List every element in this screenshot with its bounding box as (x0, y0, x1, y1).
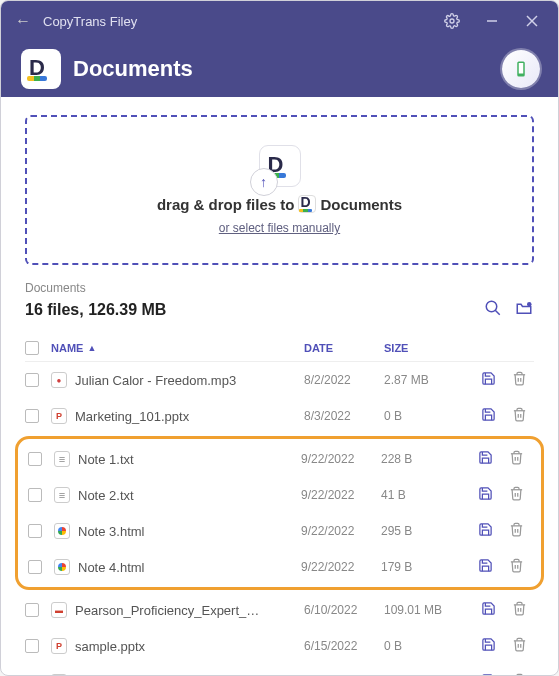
table-row[interactable]: Marketing_101.pptx 8/3/2022 0 B (25, 398, 534, 434)
delete-button[interactable] (512, 637, 527, 655)
pdf-file-icon (51, 602, 67, 618)
app-title: CopyTrans Filey (43, 14, 137, 29)
app-logo (21, 49, 61, 89)
file-date: 9/22/2022 (301, 560, 381, 574)
table-row[interactable]: Note 2.txt 9/22/2022 41 B (28, 477, 531, 513)
file-date: 8/2/2022 (304, 373, 384, 387)
save-button[interactable] (478, 450, 493, 468)
select-files-link[interactable]: or select files manually (219, 221, 340, 235)
titlebar: ← CopyTrans Filey (1, 1, 558, 41)
breadcrumb: Documents (25, 281, 534, 295)
column-date[interactable]: DATE (304, 342, 384, 354)
row-checkbox[interactable] (25, 639, 39, 653)
save-button[interactable] (478, 486, 493, 504)
folder-button[interactable] (514, 299, 534, 321)
file-date: 9/22/2022 (301, 488, 381, 502)
save-icon (478, 486, 493, 501)
rows-container: Julian Calor - Freedom.mp3 8/2/2022 2.87… (25, 362, 534, 676)
search-button[interactable] (484, 299, 502, 321)
table-row[interactable]: Note 4.html 9/22/2022 179 B (28, 549, 531, 585)
trash-icon (512, 407, 527, 422)
save-button[interactable] (481, 601, 496, 619)
file-name: Note 4.html (78, 560, 144, 575)
delete-button[interactable] (512, 371, 527, 389)
file-size: 228 B (381, 452, 471, 466)
delete-button[interactable] (509, 522, 524, 540)
folder-icon (514, 299, 534, 317)
save-button[interactable] (478, 558, 493, 576)
pptx-file-icon (51, 408, 67, 424)
save-button[interactable] (478, 522, 493, 540)
titlebar-right (434, 5, 550, 37)
select-all-checkbox[interactable] (25, 341, 39, 355)
back-button[interactable]: ← (9, 7, 37, 35)
gear-icon (444, 13, 460, 29)
file-table: NAME▲ DATE SIZE Julian Calor - Freedom.m… (25, 335, 534, 676)
save-icon (481, 637, 496, 652)
trash-icon (509, 522, 524, 537)
save-button[interactable] (481, 407, 496, 425)
file-size: 179 B (381, 560, 471, 574)
trash-icon (509, 486, 524, 501)
sort-asc-icon: ▲ (87, 343, 96, 353)
delete-button[interactable] (509, 450, 524, 468)
file-name: Note 2.txt (78, 488, 134, 503)
table-header: NAME▲ DATE SIZE (25, 335, 534, 362)
highlighted-rows: Note 1.txt 9/22/2022 228 B Note 2.txt 9/… (15, 436, 544, 590)
delete-button[interactable] (509, 486, 524, 504)
txt-file-icon (54, 487, 70, 503)
file-name: Pearson_Proficiency_Expert_S... (75, 603, 265, 618)
row-checkbox[interactable] (25, 373, 39, 387)
settings-button[interactable] (434, 5, 470, 37)
table-row[interactable]: Note 1.txt 9/22/2022 228 B (28, 441, 531, 477)
column-name[interactable]: NAME▲ (51, 342, 304, 354)
delete-button[interactable] (512, 407, 527, 425)
delete-button[interactable] (509, 558, 524, 576)
minimize-button[interactable] (474, 5, 510, 37)
file-date: 9/22/2022 (301, 524, 381, 538)
dropzone-prefix: drag & drop files to (157, 196, 295, 213)
close-icon (526, 15, 538, 27)
save-icon (481, 371, 496, 386)
table-row[interactable]: Julian Calor - Freedom.mp3 8/2/2022 2.87… (25, 362, 534, 398)
device-badge[interactable] (502, 50, 540, 88)
file-date: 9/22/2022 (301, 452, 381, 466)
column-size[interactable]: SIZE (384, 342, 474, 354)
row-checkbox[interactable] (28, 560, 42, 574)
file-count-summary: 16 files, 126.39 MB (25, 301, 166, 319)
trash-icon (509, 450, 524, 465)
table-row[interactable]: Stats Templates.docx 8/4/2022 0 B (25, 664, 534, 676)
trash-icon (512, 371, 527, 386)
table-row[interactable]: Pearson_Proficiency_Expert_S... 6/10/202… (25, 592, 534, 628)
html-file-icon (54, 559, 70, 575)
search-icon (484, 299, 502, 317)
row-checkbox[interactable] (25, 603, 39, 617)
row-checkbox[interactable] (28, 524, 42, 538)
file-date: 6/10/2022 (304, 603, 384, 617)
table-row[interactable]: Note 3.html 9/22/2022 295 B (28, 513, 531, 549)
save-button[interactable] (481, 371, 496, 389)
file-name: sample.pptx (75, 639, 145, 654)
save-icon (481, 601, 496, 616)
file-size: 295 B (381, 524, 471, 538)
file-date: 6/15/2022 (304, 639, 384, 653)
delete-button[interactable] (512, 601, 527, 619)
page-title: Documents (73, 56, 193, 82)
row-checkbox[interactable] (28, 452, 42, 466)
file-size: 41 B (381, 488, 471, 502)
titlebar-left: ← CopyTrans Filey (9, 7, 137, 35)
table-row[interactable]: sample.pptx 6/15/2022 0 B (25, 628, 534, 664)
dropzone[interactable]: ↑ drag & drop files to Documents or sele… (25, 115, 534, 265)
content: ↑ drag & drop files to Documents or sele… (1, 97, 558, 676)
close-button[interactable] (514, 5, 550, 37)
file-size: 0 B (384, 409, 474, 423)
svg-point-8 (527, 302, 532, 307)
row-checkbox[interactable] (25, 409, 39, 423)
save-button[interactable] (481, 637, 496, 655)
trash-icon (512, 601, 527, 616)
file-date: 8/3/2022 (304, 409, 384, 423)
svg-point-0 (450, 19, 454, 23)
row-checkbox[interactable] (28, 488, 42, 502)
mini-logo-icon (298, 195, 316, 213)
file-size: 0 B (384, 639, 474, 653)
